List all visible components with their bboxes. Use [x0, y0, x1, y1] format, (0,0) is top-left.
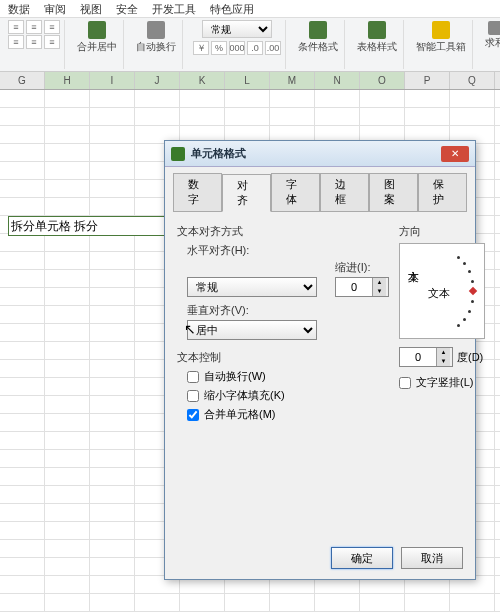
grid-row[interactable]: [0, 594, 500, 612]
grid-row[interactable]: [0, 108, 500, 126]
align-right-icon[interactable]: ≡: [44, 35, 60, 49]
col-n[interactable]: N: [315, 72, 360, 89]
indent-up-icon[interactable]: ▲: [372, 278, 386, 287]
col-o[interactable]: O: [360, 72, 405, 89]
deg-down-icon[interactable]: ▼: [436, 357, 450, 366]
ribbon: ≡ ≡ ≡ ≡ ≡ ≡ 合并居中 自动换行 常规 ￥ % 000 .0 .00 …: [0, 18, 500, 72]
col-k[interactable]: K: [180, 72, 225, 89]
menu-view[interactable]: 视图: [80, 2, 102, 15]
comma-icon[interactable]: 000: [229, 41, 245, 55]
col-j[interactable]: J: [135, 72, 180, 89]
dialog-title: 单元格格式: [191, 146, 435, 161]
degree-stepper[interactable]: ▲▼: [399, 347, 453, 367]
col-h[interactable]: H: [45, 72, 90, 89]
h-align-label: 水平对齐(H):: [187, 243, 389, 258]
menu-devtools[interactable]: 开发工具: [152, 2, 196, 15]
degree-label: 度(D): [457, 350, 483, 365]
shrink-checkbox-row[interactable]: 缩小字体填充(K): [187, 388, 389, 403]
col-p[interactable]: P: [405, 72, 450, 89]
section-text-align: 文本对齐方式: [177, 224, 389, 239]
col-g[interactable]: G: [0, 72, 45, 89]
number-format-select[interactable]: 常规: [202, 20, 272, 38]
dialog-titlebar[interactable]: 单元格格式 ✕: [165, 141, 475, 167]
wrap-checkbox-row[interactable]: 自动换行(W): [187, 369, 389, 384]
ok-button[interactable]: 确定: [331, 547, 393, 569]
dialog-tabs: 数字 对齐 字体 边框 图案 保护: [165, 167, 475, 211]
cancel-button[interactable]: 取消: [401, 547, 463, 569]
vertical-text-checkbox-row[interactable]: 文字竖排(L): [399, 375, 485, 390]
v-align-select[interactable]: 居中: [187, 320, 317, 340]
grid-row[interactable]: [0, 90, 500, 108]
merged-cell[interactable]: 拆分单元格 拆分: [8, 216, 168, 236]
wrap-checkbox[interactable]: [187, 371, 199, 383]
menu-bar: 数据 审阅 视图 安全 开发工具 特色应用: [0, 0, 500, 18]
orientation-control[interactable]: 文本 文本: [399, 243, 485, 339]
close-icon[interactable]: ✕: [441, 146, 469, 162]
orient-handle-icon[interactable]: [469, 287, 477, 295]
merge-center-button[interactable]: 合并居中: [75, 20, 119, 55]
tab-border[interactable]: 边框: [320, 173, 369, 211]
wrap-text-button[interactable]: 自动换行: [134, 20, 178, 55]
cell-format-dialog: 单元格格式 ✕ 数字 对齐 字体 边框 图案 保护 文本对齐方式 水平对齐(H)…: [164, 140, 476, 580]
deg-up-icon[interactable]: ▲: [436, 348, 450, 357]
merge-checkbox-row[interactable]: 合并单元格(M): [187, 407, 389, 422]
align-bot-icon[interactable]: ≡: [44, 20, 60, 34]
col-m[interactable]: M: [270, 72, 315, 89]
tab-number[interactable]: 数字: [173, 173, 222, 211]
smart-toolbox-button[interactable]: 智能工具箱: [414, 20, 468, 55]
indent-stepper[interactable]: ▲▼: [335, 277, 389, 297]
shrink-checkbox[interactable]: [187, 390, 199, 402]
tab-font[interactable]: 字体: [271, 173, 320, 211]
align-top-icon[interactable]: ≡: [8, 20, 24, 34]
menu-special[interactable]: 特色应用: [210, 2, 254, 15]
v-align-label: 垂直对齐(V):: [187, 303, 389, 318]
align-left-icon[interactable]: ≡: [8, 35, 24, 49]
indent-label: 缩进(I):: [335, 260, 389, 275]
section-text-control: 文本控制: [177, 350, 389, 365]
cond-format-button[interactable]: 条件格式: [296, 20, 340, 55]
col-i[interactable]: I: [90, 72, 135, 89]
align-center-icon[interactable]: ≡: [26, 35, 42, 49]
h-align-select[interactable]: 常规: [187, 277, 317, 297]
table-style-button[interactable]: 表格样式: [355, 20, 399, 55]
section-direction: 方向: [399, 224, 485, 239]
currency-icon[interactable]: ￥: [193, 41, 209, 55]
tab-alignment[interactable]: 对齐: [222, 174, 271, 212]
align-mid-icon[interactable]: ≡: [26, 20, 42, 34]
dec-inc-icon[interactable]: .0: [247, 41, 263, 55]
tab-protect[interactable]: 保护: [418, 173, 467, 211]
menu-data[interactable]: 数据: [8, 2, 30, 15]
degree-input[interactable]: [400, 348, 436, 366]
col-q[interactable]: Q: [450, 72, 495, 89]
indent-input[interactable]: [336, 278, 372, 296]
vertical-text-checkbox[interactable]: [399, 377, 411, 389]
menu-security[interactable]: 安全: [116, 2, 138, 15]
sum-button[interactable]: 求和: [483, 20, 500, 51]
merge-checkbox[interactable]: [187, 409, 199, 421]
percent-icon[interactable]: %: [211, 41, 227, 55]
tab-pattern[interactable]: 图案: [369, 173, 418, 211]
col-l[interactable]: L: [225, 72, 270, 89]
dec-dec-icon[interactable]: .00: [265, 41, 281, 55]
menu-review[interactable]: 审阅: [44, 2, 66, 15]
dialog-icon: [171, 147, 185, 161]
indent-down-icon[interactable]: ▼: [372, 287, 386, 296]
column-headers: G H I J K L M N O P Q: [0, 72, 500, 90]
